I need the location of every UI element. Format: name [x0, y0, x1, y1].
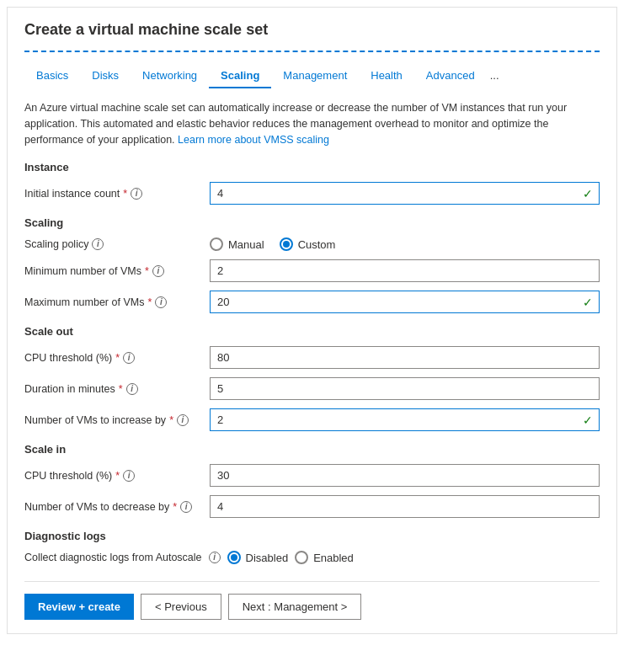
- scale-out-num-vms-required: *: [169, 414, 173, 426]
- scale-in-num-vms-label: Number of VMs to decrease by * i: [24, 501, 210, 513]
- radio-manual-label: Manual: [228, 238, 264, 251]
- scale-out-num-vms-input-wrap: ✓: [210, 408, 600, 431]
- scale-out-num-vms-info-icon[interactable]: i: [177, 414, 189, 426]
- footer: Review + create < Previous Next : Manage…: [24, 581, 600, 620]
- radio-custom-label: Custom: [298, 238, 336, 251]
- scale-in-num-vms-required: *: [173, 501, 177, 513]
- scale-out-num-vms-input[interactable]: [210, 408, 600, 431]
- scaling-policy-row: Scaling policy i Manual Custom: [24, 237, 600, 251]
- scale-in-num-vms-input[interactable]: [210, 495, 600, 518]
- scale-out-duration-input[interactable]: [210, 377, 600, 400]
- page-title: Create a virtual machine scale set: [24, 21, 600, 52]
- radio-enabled-label: Enabled: [313, 552, 354, 564]
- max-vms-check-icon: ✓: [583, 296, 593, 309]
- max-vms-info-icon[interactable]: i: [155, 296, 167, 308]
- next-button[interactable]: Next : Management >: [228, 594, 362, 620]
- scaling-policy-info-icon[interactable]: i: [92, 238, 104, 250]
- diagnostic-row: Collect diagnostic logs from Autoscale i…: [24, 551, 600, 564]
- diagnostic-section-header: Diagnostic logs: [24, 530, 600, 542]
- max-vms-input-wrap: ✓: [210, 291, 600, 313]
- initial-instance-count-input-wrap: ✓: [210, 182, 600, 205]
- max-vms-row: Maximum number of VMs * i ✓: [24, 291, 600, 313]
- tab-networking[interactable]: Networking: [131, 64, 209, 88]
- radio-disabled[interactable]: Disabled: [227, 551, 289, 564]
- scale-out-duration-info-icon[interactable]: i: [126, 383, 138, 395]
- radio-disabled-circle: [227, 551, 241, 564]
- initial-instance-count-input[interactable]: [210, 182, 600, 205]
- scale-in-num-vms-row: Number of VMs to decrease by * i: [24, 495, 600, 518]
- min-vms-label: Minimum number of VMs * i: [24, 265, 210, 277]
- diagnostic-collect-label: Collect diagnostic logs from Autoscale: [24, 552, 202, 563]
- initial-instance-count-info-icon[interactable]: i: [131, 188, 142, 200]
- max-vms-required: *: [147, 296, 152, 308]
- scale-out-duration-required: *: [119, 383, 123, 395]
- scale-out-cpu-row: CPU threshold (%) * i: [24, 346, 600, 369]
- radio-manual-circle: [210, 237, 223, 251]
- initial-instance-count-row: Initial instance count * i ✓: [24, 182, 600, 205]
- scaling-policy-radio-group: Manual Custom: [210, 237, 335, 251]
- min-vms-input[interactable]: [210, 259, 600, 282]
- tab-health[interactable]: Health: [359, 64, 414, 88]
- min-vms-row: Minimum number of VMs * i: [24, 259, 600, 282]
- max-vms-label: Maximum number of VMs * i: [24, 296, 210, 308]
- tab-management[interactable]: Management: [271, 64, 359, 88]
- scale-out-cpu-required: *: [115, 352, 120, 364]
- scaling-policy-label: Scaling policy i: [24, 238, 210, 250]
- min-vms-required: *: [145, 265, 149, 277]
- scale-in-num-vms-info-icon[interactable]: i: [180, 501, 192, 513]
- tab-more[interactable]: ...: [487, 64, 503, 88]
- previous-button[interactable]: < Previous: [141, 594, 221, 620]
- scale-out-duration-label: Duration in minutes * i: [24, 383, 210, 395]
- scale-in-cpu-input[interactable]: [210, 464, 600, 487]
- initial-instance-count-label: Initial instance count * i: [24, 188, 210, 200]
- radio-custom[interactable]: Custom: [280, 237, 336, 251]
- scale-out-num-vms-label: Number of VMs to increase by * i: [24, 414, 210, 426]
- scale-out-cpu-input-wrap: [210, 346, 600, 369]
- scale-out-cpu-input[interactable]: [210, 346, 600, 369]
- tab-scaling[interactable]: Scaling: [209, 64, 271, 88]
- scale-in-section-header: Scale in: [24, 443, 600, 456]
- scale-out-cpu-info-icon[interactable]: i: [123, 352, 135, 364]
- max-vms-input[interactable]: [210, 291, 600, 313]
- radio-custom-circle: [280, 237, 293, 251]
- radio-enabled-circle: [295, 551, 308, 564]
- radio-disabled-label: Disabled: [246, 552, 289, 564]
- tab-disks[interactable]: Disks: [80, 64, 131, 88]
- review-create-button[interactable]: Review + create: [24, 594, 134, 620]
- scale-out-section-header: Scale out: [24, 325, 600, 338]
- nav-tabs: Basics Disks Networking Scaling Manageme…: [24, 64, 600, 88]
- scale-out-cpu-label: CPU threshold (%) * i: [24, 352, 210, 364]
- diagnostic-info-icon[interactable]: i: [209, 552, 221, 563]
- scale-out-duration-row: Duration in minutes * i: [24, 377, 600, 400]
- instance-section-header: Instance: [24, 161, 600, 173]
- scale-out-num-vms-check-icon: ✓: [583, 413, 593, 427]
- required-marker: *: [123, 188, 127, 200]
- min-vms-info-icon[interactable]: i: [152, 265, 164, 277]
- description-text: An Azure virtual machine scale set can a…: [24, 100, 600, 147]
- scaling-section-header: Scaling: [24, 216, 600, 229]
- tab-advanced[interactable]: Advanced: [414, 64, 487, 88]
- scale-in-cpu-info-icon[interactable]: i: [123, 470, 135, 482]
- scale-in-cpu-required: *: [115, 470, 120, 482]
- radio-manual[interactable]: Manual: [210, 237, 264, 251]
- min-vms-input-wrap: [210, 259, 600, 282]
- vmss-scaling-link[interactable]: Learn more about VMSS scaling: [178, 134, 329, 146]
- scale-in-num-vms-input-wrap: [210, 495, 600, 518]
- scale-out-num-vms-row: Number of VMs to increase by * i ✓: [24, 408, 600, 431]
- radio-enabled[interactable]: Enabled: [295, 551, 354, 564]
- scale-out-duration-input-wrap: [210, 377, 600, 400]
- initial-instance-count-check-icon: ✓: [583, 187, 593, 200]
- scale-in-cpu-row: CPU threshold (%) * i: [24, 464, 600, 487]
- scale-in-cpu-label: CPU threshold (%) * i: [24, 470, 210, 482]
- scale-in-cpu-input-wrap: [210, 464, 600, 487]
- tab-basics[interactable]: Basics: [24, 64, 80, 88]
